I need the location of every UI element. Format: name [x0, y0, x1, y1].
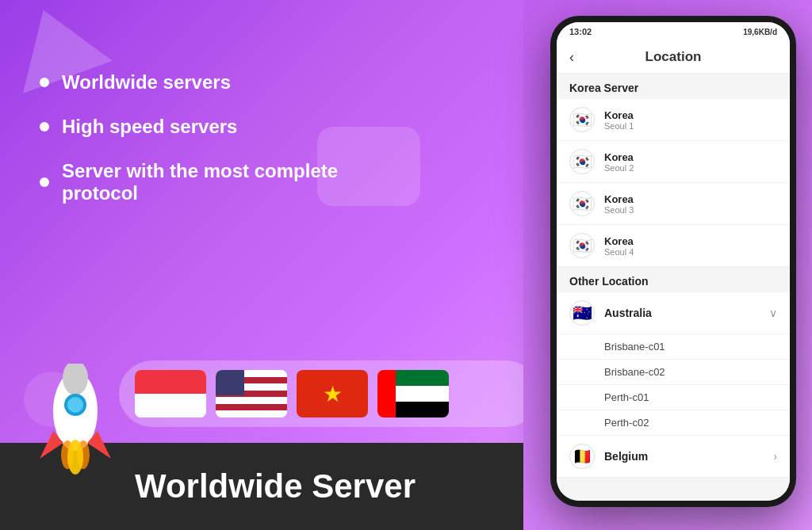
bullet-dot-1 — [40, 78, 49, 87]
right-section: 13:02 19,6KB/d ‹ Location Korea Server K… — [523, 0, 812, 530]
svg-point-3 — [67, 397, 83, 413]
sub-item-perth-c02[interactable]: Perth-c02 — [557, 410, 790, 436]
australia-flag — [569, 300, 595, 326]
server-city-2: Seoul 2 — [604, 163, 634, 173]
korea-flag-4 — [569, 233, 595, 258]
belgium-flag — [569, 444, 595, 469]
chevron-right-icon: › — [773, 450, 777, 463]
server-info-4: Korea Seoul 4 — [604, 235, 634, 257]
bullet-text-1: Worldwide servers — [62, 71, 231, 93]
sub-item-brisbane-c01[interactable]: Brisbane-c01 — [557, 334, 790, 360]
svg-point-8 — [67, 440, 83, 475]
korea-section-header: Korea Server — [557, 74, 790, 99]
bullet-dot-3 — [40, 177, 49, 187]
server-country-3: Korea — [604, 193, 634, 205]
location-item-belgium[interactable]: Belgium › — [557, 436, 790, 478]
singapore-flag — [135, 370, 206, 418]
uae-flag — [377, 370, 449, 418]
korea-flag-2 — [569, 149, 595, 174]
bullet-item-3: Server with the most complete protocol — [40, 160, 341, 204]
left-section: Worldwide servers High speed servers Ser… — [0, 0, 523, 530]
server-item-korea-1[interactable]: Korea Seoul 1 — [557, 99, 790, 141]
flags-strip: ★ — [119, 360, 523, 427]
server-city-1: Seoul 1 — [604, 121, 634, 131]
korea-flag-3 — [569, 191, 595, 216]
sub-item-perth-c01[interactable]: Perth-c01 — [557, 385, 790, 410]
perth-c02-label: Perth-c02 — [604, 417, 649, 429]
china-flag: ★ — [297, 370, 368, 418]
status-bar: 13:02 19,6KB/d — [557, 22, 790, 41]
brisbane-c02-label: Brisbane-c02 — [604, 366, 665, 378]
server-country-4: Korea — [604, 235, 634, 247]
bullet-item-1: Worldwide servers — [40, 71, 492, 93]
phone-mockup: 13:02 19,6KB/d ‹ Location Korea Server K… — [550, 16, 796, 507]
server-city-3: Seoul 3 — [604, 205, 634, 215]
belgium-label: Belgium — [604, 450, 764, 463]
content-area: Korea Server Korea Seoul 1 Korea Seoul 2 — [557, 74, 790, 501]
server-item-korea-3[interactable]: Korea Seoul 3 — [557, 183, 790, 225]
china-star: ★ — [323, 381, 343, 407]
server-item-korea-2[interactable]: Korea Seoul 2 — [557, 141, 790, 183]
server-info-2: Korea Seoul 2 — [604, 151, 634, 173]
bullet-item-2: High speed servers — [40, 116, 492, 138]
usa-flag — [216, 370, 287, 418]
bullet-text-3: Server with the most complete protocol — [62, 160, 341, 204]
server-city-4: Seoul 4 — [604, 247, 634, 257]
app-header: ‹ Location — [557, 41, 790, 74]
bullet-text-2: High speed servers — [62, 116, 237, 138]
brisbane-c01-label: Brisbane-c01 — [604, 341, 665, 353]
chevron-down-icon: ∨ — [769, 307, 777, 319]
phone-screen: 13:02 19,6KB/d ‹ Location Korea Server K… — [557, 22, 790, 501]
page-title: Location — [645, 49, 702, 65]
server-item-korea-4[interactable]: Korea Seoul 4 — [557, 225, 790, 267]
perth-c01-label: Perth-c01 — [604, 391, 649, 403]
server-country-2: Korea — [604, 151, 634, 163]
australia-label: Australia — [604, 307, 760, 319]
bullet-dot-2 — [40, 122, 49, 132]
status-time: 13:02 — [569, 27, 592, 36]
bullet-points: Worldwide servers High speed servers Ser… — [40, 71, 492, 227]
location-item-australia[interactable]: Australia ∨ — [557, 292, 790, 334]
korea-flag-1 — [569, 107, 595, 132]
server-info-3: Korea Seoul 3 — [604, 193, 634, 215]
server-country-1: Korea — [604, 109, 634, 121]
status-signal: 19,6KB/d — [743, 28, 777, 36]
other-section-header: Other Location — [557, 267, 790, 292]
bottom-bar-text: Worldwide Server — [135, 467, 416, 505]
sub-item-brisbane-c02[interactable]: Brisbane-c02 — [557, 360, 790, 385]
server-info-1: Korea Seoul 1 — [604, 109, 634, 131]
back-button[interactable]: ‹ — [569, 49, 574, 66]
rocket-illustration — [24, 364, 127, 482]
